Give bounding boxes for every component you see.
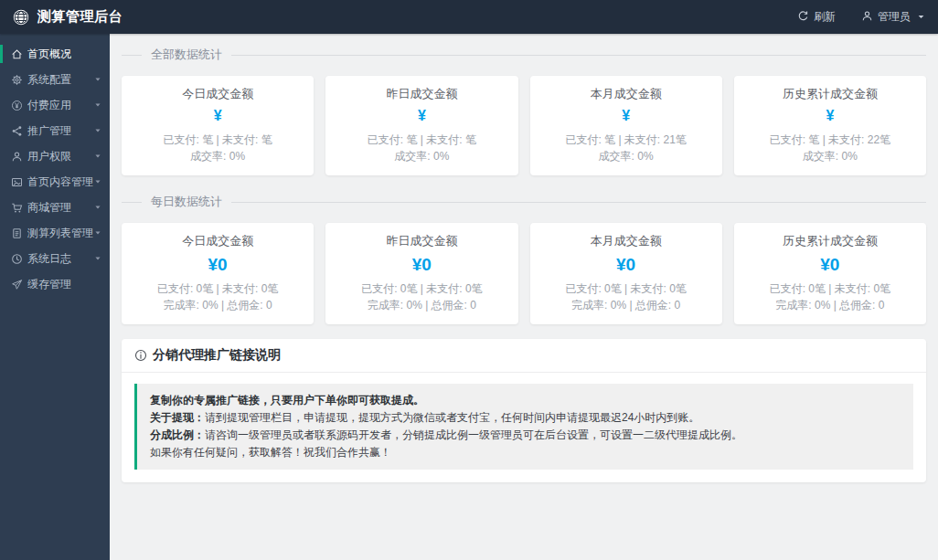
stat-card: 历史累计成交金额¥0已支付: 0笔 | 未支付: 0笔完成率: 0% | 总佣金… (734, 223, 926, 324)
chevron-down-icon (94, 127, 101, 134)
sidebar-item-label: 用户权限 (27, 149, 71, 164)
stat-card: 昨日成交金额¥已支付: 笔 | 未支付: 笔成交率: 0% (325, 76, 517, 175)
cart-icon (11, 202, 23, 214)
notice-header: 分销代理推广链接说明 (122, 339, 926, 373)
chevron-down-icon (94, 101, 101, 109)
user-icon (11, 151, 23, 163)
sidebar-item-0[interactable]: 首页概况 (0, 41, 110, 67)
gear-icon (11, 74, 23, 86)
sidebar-item-2[interactable]: 付费应用 (0, 92, 110, 118)
notice-text-block: 复制你的专属推广链接，只要用户下单你即可获取提成。关于提现：请到提现管理栏目，申… (134, 384, 913, 470)
sidebar-item-label: 付费应用 (27, 98, 71, 113)
notice-line-text: 请咨询一级管理员或者联系源码开发者，分销提成比例一级管理员可在后台设置，可设置一… (205, 428, 742, 441)
chevron-down-icon (94, 178, 101, 185)
sidebar-item-8[interactable]: 系统日志 (0, 246, 110, 271)
notice-line-3: 如果你有任何疑问，获取解答！祝我们合作共赢！ (150, 444, 901, 461)
stat-detail-line: 已支付: 笔 | 未支付: 21笔 (536, 132, 717, 148)
stat-card-title: 历史累计成交金额 (740, 86, 921, 102)
stat-card-title: 昨日成交金额 (331, 233, 512, 249)
stat-card-title: 昨日成交金额 (331, 86, 512, 102)
section-title: 全部数据统计 (151, 47, 222, 63)
document-icon (11, 227, 23, 239)
send-icon (11, 279, 23, 291)
stat-rate-line: 成交率: 0% (740, 148, 921, 164)
stat-card-title: 本月成交金额 (536, 233, 717, 249)
notice-line-bold: 分成比例： (150, 428, 205, 441)
stat-detail-line: 已支付: 0笔 | 未支付: 0笔 (127, 280, 308, 297)
stat-card: 历史累计成交金额¥已支付: 笔 | 未支付: 22笔成交率: 0% (734, 76, 926, 175)
stat-card: 本月成交金额¥0已支付: 0笔 | 未支付: 0笔完成率: 0% | 总佣金: … (530, 223, 722, 324)
stat-rate-line: 成交率: 0% (127, 148, 308, 164)
notice-line-2: 分成比例：请咨询一级管理员或者联系源码开发者，分销提成比例一级管理员可在后台设置… (150, 427, 901, 444)
stat-card: 本月成交金额¥已支付: 笔 | 未支付: 21笔成交率: 0% (530, 76, 722, 175)
notice-line-bold: 关于提现： (150, 411, 205, 424)
chevron-down-icon (94, 204, 101, 211)
topbar-actions: 刷新 管理员 (797, 9, 925, 25)
chevron-down-icon (94, 229, 101, 237)
sidebar-item-1[interactable]: 系统配置 (0, 67, 110, 92)
chevron-down-icon (917, 13, 925, 21)
stat-detail-line: 已支付: 0笔 | 未支付: 0笔 (740, 280, 921, 297)
stat-card: 今日成交金额¥已支付: 笔 | 未支付: 笔成交率: 0% (122, 76, 314, 175)
brand: 测算管理后台 (13, 8, 123, 26)
sidebar-item-7[interactable]: 测算列表管理 (0, 220, 110, 246)
share-icon (11, 125, 23, 137)
sidebar-item-4[interactable]: 用户权限 (0, 143, 110, 169)
image-icon (11, 176, 23, 188)
sidebar-nav: 首页概况系统配置付费应用推广管理用户权限首页内容管理商城管理测算列表管理系统日志… (0, 34, 110, 560)
sidebar-item-3[interactable]: 推广管理 (0, 118, 110, 143)
admin-app: 测算管理后台 刷新 管理员 (0, 0, 938, 560)
stat-amount: ¥0 (740, 255, 921, 275)
stat-amount: ¥ (740, 108, 921, 124)
stat-rate-line: 完成率: 0% | 总佣金: 0 (331, 297, 512, 313)
stat-detail-line: 已支付: 0笔 | 未支付: 0笔 (331, 280, 512, 297)
stat-rate-line: 成交率: 0% (331, 148, 512, 164)
info-circle-icon (134, 349, 147, 362)
stat-rate-line: 完成率: 0% | 总佣金: 0 (740, 297, 921, 313)
notice-line-0: 复制你的专属推广链接，只要用户下单你即可获取提成。 (150, 392, 901, 409)
refresh-icon (797, 10, 809, 25)
sidebar-item-9[interactable]: 缓存管理 (0, 271, 110, 297)
stat-card-row-1: 今日成交金额¥0已支付: 0笔 | 未支付: 0笔完成率: 0% | 总佣金: … (122, 223, 926, 324)
refresh-button[interactable]: 刷新 (797, 9, 836, 25)
stat-detail-line: 已支付: 笔 | 未支付: 22笔 (740, 132, 921, 148)
app-title: 测算管理后台 (37, 8, 123, 26)
refresh-label: 刷新 (814, 9, 836, 25)
sidebar-item-6[interactable]: 商城管理 (0, 195, 110, 220)
stat-amount: ¥0 (127, 255, 308, 275)
stat-detail-line: 已支付: 笔 | 未支付: 笔 (331, 132, 512, 148)
stat-rate-line: 完成率: 0% | 总佣金: 0 (127, 297, 308, 313)
stat-rate-line: 成交率: 0% (536, 148, 717, 164)
clock-icon (11, 253, 23, 265)
notice-panel: 分销代理推广链接说明 复制你的专属推广链接，只要用户下单你即可获取提成。关于提现… (122, 339, 926, 482)
notice-title: 分销代理推广链接说明 (153, 347, 281, 364)
notice-line-bold: 复制你的专属推广链接，只要用户下单你即可获取提成。 (150, 394, 424, 407)
sidebar-item-label: 首页概况 (27, 47, 71, 62)
sidebar-item-label: 系统日志 (27, 251, 71, 267)
notice-body: 复制你的专属推广链接，只要用户下单你即可获取提成。关于提现：请到提现管理栏目，申… (122, 373, 926, 482)
stat-card: 昨日成交金额¥0已支付: 0笔 | 未支付: 0笔完成率: 0% | 总佣金: … (325, 223, 517, 324)
main-content: 全部数据统计今日成交金额¥已支付: 笔 | 未支付: 笔成交率: 0%昨日成交金… (110, 34, 938, 560)
section-title: 每日数据统计 (151, 194, 222, 210)
stat-amount: ¥0 (331, 255, 512, 275)
chevron-down-icon (94, 76, 101, 83)
user-menu[interactable]: 管理员 (861, 9, 925, 25)
stat-detail-line: 已支付: 笔 | 未支付: 笔 (127, 132, 308, 148)
sidebar-item-5[interactable]: 首页内容管理 (0, 169, 110, 195)
stat-card: 今日成交金额¥0已支付: 0笔 | 未支付: 0笔完成率: 0% | 总佣金: … (122, 223, 314, 324)
sidebar-item-label: 系统配置 (27, 72, 71, 88)
user-icon (861, 10, 873, 25)
stat-amount: ¥ (127, 108, 308, 124)
stat-detail-line: 已支付: 0笔 | 未支付: 0笔 (536, 280, 717, 297)
user-label: 管理员 (878, 9, 911, 25)
notice-line-1: 关于提现：请到提现管理栏目，申请提现，提现方式为微信或者支付宝，任何时间内申请提… (150, 409, 901, 427)
section-divider-0: 全部数据统计 (122, 43, 926, 67)
sidebar-item-label: 测算列表管理 (27, 226, 93, 241)
stat-card-title: 历史累计成交金额 (740, 233, 921, 249)
notice-line-text: 如果你有任何疑问，获取解答！祝我们合作共赢！ (150, 446, 391, 459)
sidebar-item-label: 推广管理 (27, 123, 71, 139)
globe-logo-icon (13, 9, 29, 26)
home-icon (11, 48, 23, 60)
stat-amount: ¥ (331, 108, 512, 124)
sidebar-item-label: 商城管理 (27, 200, 71, 216)
